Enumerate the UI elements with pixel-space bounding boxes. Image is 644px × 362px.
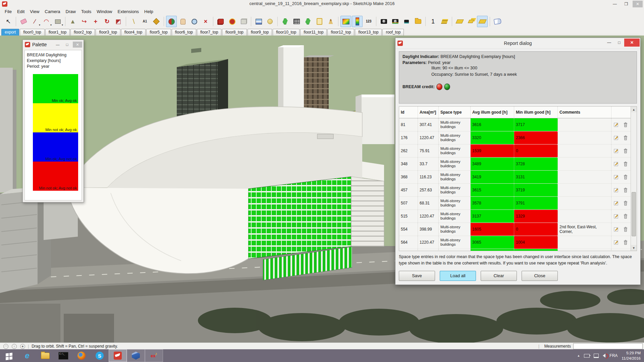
tab-floor10_top[interactable]: floor10_top bbox=[273, 29, 300, 36]
row-delete-button[interactable] bbox=[621, 144, 630, 157]
report-maximize-button[interactable]: □ bbox=[614, 39, 624, 47]
clock[interactable]: 5:29 PM 11/24/2016 bbox=[622, 350, 641, 361]
info-icon[interactable]: i bbox=[12, 344, 17, 349]
tab-floor0_top[interactable]: floor0_top bbox=[20, 29, 44, 36]
snapshot-small-camera-icon[interactable] bbox=[401, 16, 412, 27]
user-icon[interactable]: ☻ bbox=[20, 344, 25, 349]
dropdown-arrow-icon[interactable]: ▾ bbox=[39, 23, 40, 26]
row-delete-button[interactable] bbox=[621, 236, 630, 249]
measurements-input[interactable] bbox=[573, 343, 643, 349]
command-prompt-icon[interactable]: C:\_ bbox=[54, 349, 72, 362]
tab-floor8_top[interactable]: floor8_top bbox=[222, 29, 247, 36]
grid-plane-split-icon[interactable] bbox=[466, 16, 476, 27]
line-tool-icon[interactable]: ∕▾ bbox=[30, 16, 40, 27]
report-minimize-button[interactable]: — bbox=[604, 39, 614, 47]
row-edit-button[interactable] bbox=[611, 184, 621, 196]
sketchup-taskbar-button[interactable] bbox=[109, 349, 127, 362]
tab-floor9_top[interactable]: floor9_top bbox=[248, 29, 272, 36]
table-scrollbar[interactable]: ▲ ▼ bbox=[631, 107, 637, 251]
color-scale-icon[interactable] bbox=[352, 16, 363, 27]
colored-surfaces-icon[interactable] bbox=[340, 16, 351, 27]
arc-tool-icon[interactable]: ◠▾ bbox=[41, 16, 52, 27]
run-report-icon[interactable] bbox=[303, 16, 313, 27]
skype-icon[interactable]: S bbox=[91, 349, 109, 362]
report-dialog-title-bar[interactable]: Report dialog — □ ✕ bbox=[395, 38, 640, 49]
results-table-icon[interactable] bbox=[291, 16, 302, 27]
pick-one-cursor-icon[interactable]: 1 bbox=[428, 16, 438, 27]
menu-window[interactable]: Window bbox=[94, 9, 115, 14]
tab-floor6_top[interactable]: floor6_top bbox=[172, 29, 196, 36]
rectangle-tool-icon[interactable]: ▾ bbox=[52, 16, 63, 27]
speaker-muted-icon[interactable] bbox=[603, 354, 605, 358]
row-edit-button[interactable] bbox=[611, 131, 621, 144]
geolocation-icon[interactable]: ◠ bbox=[3, 344, 8, 349]
push-pull-tool-icon[interactable]: ▲ bbox=[67, 16, 78, 27]
tab-floor12_top[interactable]: floor12_top bbox=[327, 29, 354, 36]
menu-camera[interactable]: Camera bbox=[42, 9, 63, 14]
snapshot-camera-color-icon[interactable] bbox=[390, 16, 400, 27]
row-delete-button[interactable] bbox=[621, 210, 630, 223]
clean-results-broom-icon[interactable] bbox=[325, 16, 336, 27]
palette-minimize-button[interactable]: — bbox=[54, 42, 61, 48]
scroll-down-icon[interactable]: ▼ bbox=[631, 245, 637, 251]
row-edit-button[interactable] bbox=[611, 197, 621, 209]
palette-close-button[interactable]: ✕ bbox=[73, 42, 82, 48]
row-edit-button[interactable] bbox=[611, 210, 621, 223]
menu-extensions[interactable]: Extensions bbox=[115, 9, 142, 14]
close-button[interactable]: ✕ bbox=[633, 1, 643, 7]
menu-tools[interactable]: Tools bbox=[78, 9, 94, 14]
run-analysis-icon[interactable] bbox=[280, 16, 290, 27]
row-delete-button[interactable] bbox=[621, 249, 630, 251]
row-edit-button[interactable] bbox=[611, 144, 621, 157]
tab-floor13_top[interactable]: floor13_top bbox=[355, 29, 382, 36]
row-delete-button[interactable] bbox=[621, 131, 630, 144]
internet-explorer-icon[interactable]: e bbox=[18, 349, 36, 362]
restore-button[interactable]: ❐ bbox=[621, 1, 631, 7]
row-delete-button[interactable] bbox=[621, 197, 630, 209]
scrollbar-thumb[interactable] bbox=[632, 192, 636, 236]
minimize-button[interactable]: — bbox=[610, 1, 620, 7]
tab-export[interactable]: export bbox=[1, 29, 19, 36]
tab-floor7_top[interactable]: floor7_top bbox=[197, 29, 221, 36]
palette-maximize-button[interactable]: □ bbox=[63, 42, 71, 48]
warning-badge-icon[interactable] bbox=[227, 16, 237, 27]
tab-floor2_top[interactable]: floor2_top bbox=[70, 29, 95, 36]
text-tool-icon[interactable]: A1 bbox=[140, 16, 150, 27]
scale-tool-icon[interactable]: ◩ bbox=[113, 16, 124, 27]
file-explorer-icon[interactable] bbox=[36, 349, 54, 362]
paint-bucket-tool-icon[interactable] bbox=[151, 16, 162, 27]
open-book-icon[interactable] bbox=[492, 16, 503, 27]
zoom-tool-icon[interactable] bbox=[189, 16, 200, 27]
tape-measure-tool-icon[interactable]: ∖ bbox=[128, 16, 139, 27]
select-tool-icon[interactable]: ↖ bbox=[3, 16, 14, 27]
start-button[interactable] bbox=[0, 349, 18, 362]
menu-draw[interactable]: Draw bbox=[63, 9, 78, 14]
tab-floor1_top[interactable]: floor1_top bbox=[45, 29, 70, 36]
row-edit-button[interactable] bbox=[611, 158, 621, 170]
snapshot-camera-icon[interactable] bbox=[378, 16, 389, 27]
palette-title-bar[interactable]: Palette — □ ✕ bbox=[23, 40, 84, 49]
language-indicator[interactable]: FRA bbox=[609, 353, 618, 358]
open-folder-icon[interactable] bbox=[413, 16, 423, 27]
row-edit-button[interactable] bbox=[611, 223, 621, 236]
pick-layers-icon[interactable] bbox=[439, 16, 450, 27]
zoom-extents-tool-icon[interactable]: × bbox=[200, 16, 211, 27]
row-delete-button[interactable] bbox=[621, 184, 630, 196]
grid-plane-icon[interactable] bbox=[454, 16, 465, 27]
tab-floor11_top[interactable]: floor11_top bbox=[300, 29, 327, 36]
row-delete-button[interactable] bbox=[621, 171, 630, 183]
eraser-tool-icon[interactable] bbox=[18, 16, 29, 27]
dropdown-arrow-icon[interactable]: ▾ bbox=[62, 23, 63, 26]
row-edit-button[interactable] bbox=[611, 118, 621, 131]
menu-view[interactable]: View bbox=[27, 9, 42, 14]
menu-file[interactable]: File bbox=[2, 9, 14, 14]
value-cursor-icon[interactable]: 123 bbox=[363, 16, 374, 27]
row-delete-button[interactable] bbox=[621, 118, 630, 131]
scroll-up-icon[interactable]: ▲ bbox=[631, 107, 637, 112]
save-button[interactable]: Save bbox=[399, 271, 435, 281]
tab-floor3_top[interactable]: floor3_top bbox=[96, 29, 120, 36]
move-tool-icon[interactable]: + bbox=[90, 16, 101, 27]
clear-button[interactable]: Clear bbox=[481, 271, 517, 281]
tab-floor5_top[interactable]: floor5_top bbox=[146, 29, 171, 36]
ex-audio-taskbar-button[interactable]: ex♪ bbox=[145, 349, 163, 362]
